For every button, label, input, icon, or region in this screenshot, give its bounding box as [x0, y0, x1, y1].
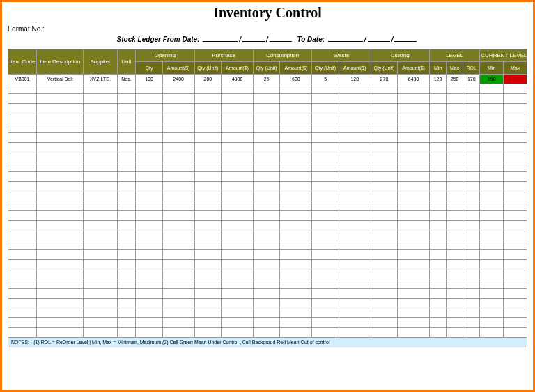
empty-cell[interactable]: [253, 84, 280, 94]
empty-cell[interactable]: [504, 84, 527, 94]
empty-cell[interactable]: [222, 260, 254, 269]
empty-cell[interactable]: [194, 230, 222, 240]
empty-cell[interactable]: [222, 318, 254, 328]
empty-cell[interactable]: [136, 279, 163, 289]
empty-cell[interactable]: [222, 250, 254, 260]
empty-cell[interactable]: [8, 123, 37, 133]
empty-cell[interactable]: [117, 250, 136, 260]
empty-cell[interactable]: [222, 191, 254, 201]
empty-cell[interactable]: [312, 289, 339, 299]
empty-cell[interactable]: [253, 308, 280, 318]
empty-cell[interactable]: [162, 308, 194, 318]
empty-cell[interactable]: [447, 299, 463, 308]
empty-cell[interactable]: [8, 84, 37, 94]
empty-cell[interactable]: [253, 172, 280, 182]
empty-cell[interactable]: [312, 211, 339, 221]
empty-cell[interactable]: [280, 221, 312, 230]
empty-cell[interactable]: [480, 143, 504, 152]
empty-cell[interactable]: [312, 123, 339, 133]
empty-cell[interactable]: [312, 191, 339, 201]
empty-cell[interactable]: [463, 211, 480, 221]
empty-cell[interactable]: [447, 113, 463, 123]
empty-cell[interactable]: [162, 328, 194, 338]
empty-cell[interactable]: [222, 221, 254, 230]
empty-cell[interactable]: [339, 269, 371, 279]
empty-cell[interactable]: [280, 328, 312, 338]
empty-cell[interactable]: [36, 152, 84, 162]
empty-cell[interactable]: [312, 221, 339, 230]
empty-cell[interactable]: [480, 191, 504, 201]
empty-cell[interactable]: [398, 269, 430, 279]
empty-cell[interactable]: [504, 104, 527, 113]
empty-cell[interactable]: [194, 221, 222, 230]
empty-cell[interactable]: [480, 172, 504, 182]
empty-cell[interactable]: [136, 143, 163, 152]
empty-cell[interactable]: [504, 94, 527, 104]
empty-cell[interactable]: [8, 143, 37, 152]
empty-cell[interactable]: [339, 289, 371, 299]
empty-cell[interactable]: [312, 104, 339, 113]
empty-cell[interactable]: [194, 191, 222, 201]
cell-cur-max[interactable]: [504, 75, 527, 84]
empty-cell[interactable]: [430, 172, 447, 182]
empty-cell[interactable]: [504, 308, 527, 318]
to-date-field[interactable]: [328, 41, 363, 42]
empty-cell[interactable]: [162, 94, 194, 104]
empty-cell[interactable]: [117, 240, 136, 250]
empty-cell[interactable]: [194, 299, 222, 308]
empty-cell[interactable]: [430, 133, 447, 143]
empty-cell[interactable]: [136, 152, 163, 162]
empty-cell[interactable]: [371, 113, 398, 123]
empty-cell[interactable]: [84, 191, 117, 201]
empty-cell[interactable]: [136, 104, 163, 113]
empty-cell[interactable]: [398, 143, 430, 152]
empty-cell[interactable]: [253, 318, 280, 328]
empty-cell[interactable]: [430, 94, 447, 104]
empty-cell[interactable]: [480, 123, 504, 133]
empty-cell[interactable]: [480, 279, 504, 289]
empty-cell[interactable]: [463, 240, 480, 250]
empty-cell[interactable]: [463, 308, 480, 318]
empty-cell[interactable]: [162, 299, 194, 308]
empty-cell[interactable]: [84, 211, 117, 221]
empty-cell[interactable]: [480, 133, 504, 143]
empty-cell[interactable]: [194, 289, 222, 299]
empty-cell[interactable]: [222, 201, 254, 211]
empty-cell[interactable]: [117, 318, 136, 328]
empty-cell[interactable]: [222, 230, 254, 240]
empty-cell[interactable]: [480, 250, 504, 260]
empty-cell[interactable]: [222, 104, 254, 113]
empty-cell[interactable]: [36, 250, 84, 260]
empty-cell[interactable]: [480, 201, 504, 211]
empty-cell[interactable]: [447, 328, 463, 338]
empty-cell[interactable]: [371, 308, 398, 318]
cell-waste-qty[interactable]: 5: [312, 75, 339, 84]
empty-cell[interactable]: [339, 123, 371, 133]
cell-code[interactable]: VB001: [8, 75, 37, 84]
empty-cell[interactable]: [84, 152, 117, 162]
empty-cell[interactable]: [194, 104, 222, 113]
empty-cell[interactable]: [398, 299, 430, 308]
empty-cell[interactable]: [136, 308, 163, 318]
empty-cell[interactable]: [339, 260, 371, 269]
empty-cell[interactable]: [398, 240, 430, 250]
empty-cell[interactable]: [504, 230, 527, 240]
empty-cell[interactable]: [117, 328, 136, 338]
empty-cell[interactable]: [222, 240, 254, 250]
empty-cell[interactable]: [447, 182, 463, 191]
empty-cell[interactable]: [36, 201, 84, 211]
empty-cell[interactable]: [430, 269, 447, 279]
empty-cell[interactable]: [430, 230, 447, 240]
empty-cell[interactable]: [117, 260, 136, 269]
empty-cell[interactable]: [430, 123, 447, 133]
empty-cell[interactable]: [371, 211, 398, 221]
empty-cell[interactable]: [222, 289, 254, 299]
empty-cell[interactable]: [398, 133, 430, 143]
empty-cell[interactable]: [447, 289, 463, 299]
empty-cell[interactable]: [463, 123, 480, 133]
empty-cell[interactable]: [480, 289, 504, 299]
empty-cell[interactable]: [84, 133, 117, 143]
empty-cell[interactable]: [447, 201, 463, 211]
empty-cell[interactable]: [398, 152, 430, 162]
empty-cell[interactable]: [222, 269, 254, 279]
